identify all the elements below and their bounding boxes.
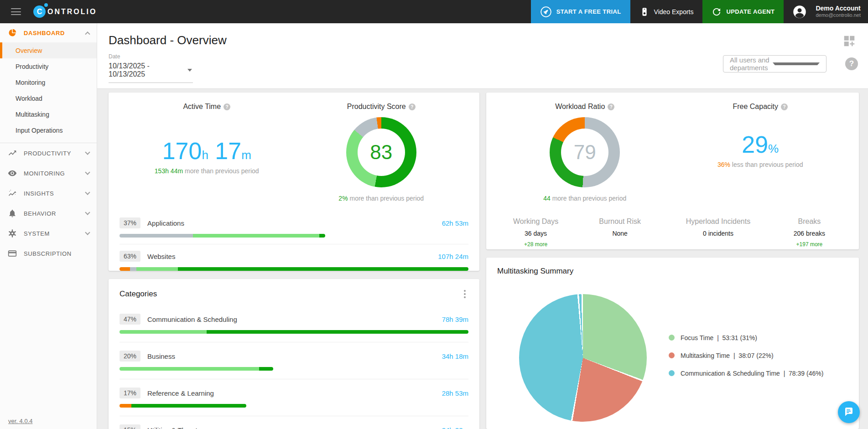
update-agent-button[interactable]: UPDATE AGENT [702, 0, 784, 23]
account-menu[interactable]: Demo Account demo@controlio.net [784, 0, 868, 23]
productivity-score-delta: 2% more than previous period [338, 195, 424, 202]
categories-title: Categories [120, 289, 461, 299]
sidebar-dashboard-subitems: OverviewProductivityMonitoringWorkloadMu… [0, 42, 97, 138]
sidebar-item-system[interactable]: SYSTEM [0, 223, 97, 243]
users-filter-value: All users and departments [730, 56, 773, 72]
sidebar-item-monitoring[interactable]: Monitoring [0, 74, 97, 90]
row-label: Reference & Learning [147, 389, 442, 397]
bar-segment [319, 234, 325, 238]
sidebar-item-input-operations[interactable]: Input Operations [0, 122, 97, 138]
percent-badge: 37% [120, 217, 140, 228]
start-free-trial-button[interactable]: START A FREE TRIAL [531, 0, 630, 23]
sidebar-item-monitoring[interactable]: MONITORING [0, 163, 97, 183]
categories-rows: 47%Communication & Scheduling78h 39m20%B… [120, 305, 468, 429]
active-time-card: Active Time ? 170h 17m 153h 44m more tha… [109, 93, 479, 271]
chevron-down-icon [85, 190, 90, 195]
workload-card: Workload Ratio ? 79 44 more than previou… [486, 93, 859, 249]
row-time: 78h 39m [442, 315, 468, 323]
bar-segment [120, 367, 259, 371]
sidebar-item-dashboard[interactable]: DASHBOARD [0, 23, 97, 42]
bar-segment [120, 234, 193, 238]
users-filter-dropdown[interactable]: All users and departments [723, 55, 826, 72]
legend-item-multitasking-time: Multitasking Time | 38:07 (22%) [669, 352, 823, 359]
percent-badge: 63% [120, 251, 140, 262]
workload-stat-hyperload-incidents: Hyperload Incidents0 incidents [665, 217, 771, 248]
multitasking-title: Multitasking Summary [497, 267, 848, 276]
active-time-title-row: Active Time ? [183, 103, 230, 111]
row-time: 28h 53m [442, 389, 468, 397]
row-label: Business [147, 352, 442, 360]
sidebar-item-productivity[interactable]: PRODUCTIVITY [0, 143, 97, 163]
productivity-score-title-row: Productivity Score ? [347, 103, 416, 111]
bar-segment [120, 330, 207, 334]
app-logo[interactable]: C ONTROLIO [33, 5, 97, 18]
percent-badge: 20% [120, 351, 140, 362]
stat-row-reference-learning: 17%Reference & Learning28h 53m [120, 379, 468, 408]
date-range-picker[interactable]: 10/13/2025 - 10/13/2025 [109, 60, 193, 83]
help-icon[interactable]: ? [409, 103, 416, 110]
update-agent-label: UPDATE AGENT [726, 8, 774, 15]
bar-segment [193, 234, 320, 238]
legend-dot [669, 335, 675, 341]
free-capacity-title-row: Free Capacity ? [733, 103, 788, 111]
row-label: Websites [147, 253, 438, 260]
bar-segment [178, 267, 468, 271]
legend-label: Communication & Scheduling Time | 78:39 … [681, 370, 823, 377]
free-capacity-title: Free Capacity [733, 103, 778, 111]
legend-label: Focus Time | 53:31 (31%) [681, 334, 757, 341]
bar-segment [130, 267, 136, 271]
free-capacity-delta: 36% less than previous period [717, 161, 803, 168]
help-icon[interactable]: ? [781, 103, 788, 110]
sidebar-item-productivity[interactable]: Productivity [0, 58, 97, 74]
legend-dot [669, 352, 675, 358]
multitasking-pie-chart [519, 294, 647, 422]
gear-icon [7, 228, 17, 238]
chevron-up-icon [85, 31, 90, 36]
legend-label: Multitasking Time | 38:07 (22%) [681, 352, 774, 359]
version-link[interactable]: ver. 4.0.4 [8, 418, 32, 424]
sidebar-item-insights[interactable]: INSIGHTS [0, 183, 97, 203]
sidebar-item-subscription[interactable]: SUBSCRIPTION [0, 243, 97, 264]
bar-segment [120, 267, 130, 271]
kebab-menu-icon[interactable] [461, 288, 468, 300]
sidebar: DASHBOARD OverviewProductivityMonitoring… [0, 23, 97, 429]
legend-item-focus-time: Focus Time | 53:31 (31%) [669, 334, 823, 341]
rocket-icon [540, 6, 552, 18]
multitasking-legend: Focus Time | 53:31 (31%)Multitasking Tim… [669, 334, 823, 388]
logo-dot [44, 3, 48, 7]
sidebar-item-multitasking[interactable]: Multitasking [0, 106, 97, 122]
help-icon[interactable]: ? [223, 103, 230, 110]
row-time: 24h 33m [442, 426, 468, 429]
update-refresh-icon [712, 7, 722, 17]
bar-segment [131, 404, 246, 408]
help-icon[interactable]: ? [608, 103, 614, 110]
workload-ratio-title-row: Workload Ratio ? [555, 103, 614, 111]
bell-icon [7, 208, 17, 218]
video-exports-button[interactable]: Video Exports [630, 0, 703, 23]
progress-bar [120, 367, 468, 371]
percent-badge: 15% [120, 424, 140, 429]
account-name: Demo Account [816, 5, 861, 13]
account-email: demo@controlio.net [816, 12, 861, 19]
sidebar-item-workload[interactable]: Workload [0, 90, 97, 106]
stat-row-business: 20%Business34h 18m [120, 342, 468, 371]
chat-fab-button[interactable] [838, 401, 860, 423]
logo-c-circle: C [33, 5, 46, 18]
chevron-down-icon [85, 230, 90, 235]
sidebar-item-behavior[interactable]: BEHAVIOR [0, 203, 97, 223]
sidebar-item-overview[interactable]: Overview [0, 42, 97, 58]
active-time-delta: 153h 44m more than previous period [155, 167, 259, 175]
dashboard-layout-add-icon[interactable] [842, 34, 856, 50]
productivity-score-value: 83 [346, 117, 416, 187]
stat-row-utilities-threats: 15%Utilities & Threats24h 33m [120, 416, 468, 429]
logo-text: ONTROLIO [47, 8, 97, 16]
row-label: Applications [147, 219, 442, 227]
active-time-breakdown: 37%Applications62h 53m63%Websites107h 24… [120, 211, 468, 271]
help-button[interactable]: ? [845, 57, 858, 70]
chevron-down-icon [85, 210, 90, 215]
video-file-icon [639, 7, 650, 17]
hamburger-menu-icon[interactable] [11, 8, 21, 15]
sidebar-dashboard-label: DASHBOARD [24, 30, 86, 36]
dashboard-content: Active Time ? 170h 17m 153h 44m more tha… [97, 89, 868, 429]
row-time: 34h 18m [442, 352, 468, 360]
